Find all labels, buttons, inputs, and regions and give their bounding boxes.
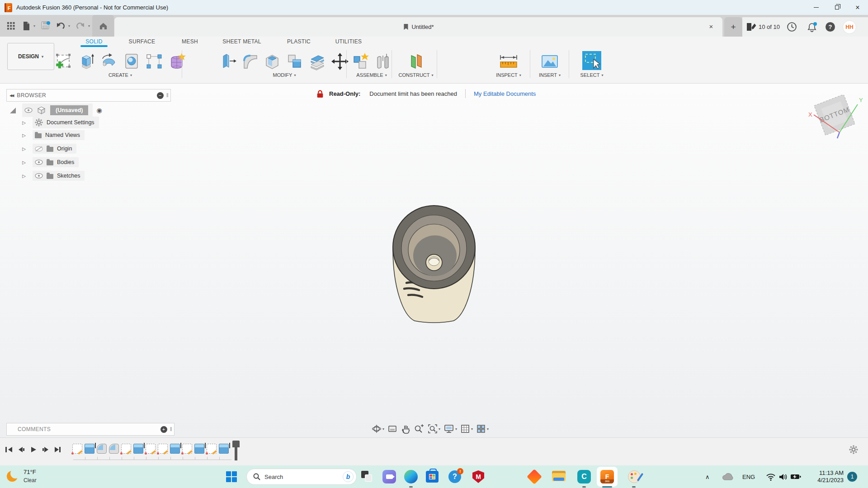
expand-icon[interactable]: ▷ — [21, 174, 27, 178]
timeline-feature-fillet-icon[interactable] — [97, 444, 107, 454]
edge-browser-button[interactable] — [404, 470, 418, 483]
root-expander-icon[interactable] — [10, 108, 16, 113]
restore-button[interactable] — [826, 0, 847, 15]
microsoft-store-button[interactable] — [425, 470, 439, 483]
construct-plane-button[interactable] — [407, 52, 425, 71]
tab-mesh[interactable]: MESH — [182, 37, 198, 47]
minimize-panel-button[interactable]: − — [157, 92, 164, 99]
volume-button[interactable] — [778, 465, 788, 488]
bing-icon[interactable]: b — [343, 471, 354, 482]
expand-icon[interactable]: ▷ — [21, 120, 27, 125]
mcafee-button[interactable]: M — [472, 470, 485, 483]
save-button[interactable] — [40, 15, 52, 37]
help-button[interactable]: ? — [826, 17, 835, 37]
activate-component-icon[interactable]: ◉ — [96, 107, 102, 114]
redo-caret[interactable]: ▾ — [86, 15, 92, 37]
get-help-button[interactable]: ?! — [448, 470, 462, 483]
file-menu-button[interactable] — [21, 15, 32, 37]
play-button[interactable] — [29, 446, 38, 455]
timeline-feature-sketch-icon[interactable] — [207, 444, 217, 454]
fusion360-taskbar-button[interactable]: F360 — [600, 470, 614, 483]
construct-group-dropdown[interactable]: CONSTRUCT▾ — [398, 72, 433, 78]
timeline-feature-extrude-icon[interactable] — [194, 444, 204, 454]
taskbar-search[interactable]: Search b — [246, 469, 357, 485]
panel-grip-handle[interactable]: ‖ — [166, 92, 169, 99]
pan-button[interactable] — [401, 424, 410, 434]
paint-button[interactable] — [627, 470, 641, 483]
document-tab[interactable]: Untitled* × — [114, 17, 722, 37]
combine-button[interactable] — [286, 52, 304, 71]
eye-icon[interactable] — [35, 173, 43, 178]
user-avatar-button[interactable]: HH — [843, 17, 856, 37]
clipchamp-button[interactable]: C — [577, 470, 591, 483]
minimize-button[interactable] — [806, 0, 826, 15]
task-view-button[interactable] — [360, 470, 374, 483]
insert-group-dropdown[interactable]: INSERT▾ — [539, 72, 561, 78]
undo-caret[interactable]: ▾ — [66, 15, 72, 37]
inspect-group-dropdown[interactable]: INSPECT▾ — [496, 72, 521, 78]
timeline-feature-sketch-icon[interactable] — [121, 444, 131, 454]
home-tab-button[interactable] — [92, 15, 114, 37]
timeline-feature-sketch-icon[interactable] — [182, 444, 192, 454]
hole-button[interactable] — [123, 52, 141, 71]
file-explorer-button[interactable] — [552, 470, 566, 483]
job-status-button[interactable] — [787, 17, 797, 37]
tab-sheet-metal[interactable]: SHEET METAL — [222, 37, 261, 47]
fit-button[interactable]: ▾ — [428, 424, 440, 434]
document-limit-button[interactable] — [746, 17, 756, 37]
step-back-button[interactable] — [17, 446, 26, 455]
root-component-label[interactable]: (Unsaved) — [50, 105, 88, 115]
browser-row-origin[interactable]: ▷ Origin — [21, 144, 76, 154]
go-to-end-button[interactable] — [53, 446, 62, 455]
undo-button[interactable] — [55, 15, 66, 37]
notifications-button[interactable] — [807, 17, 817, 37]
browser-row-sketches[interactable]: ▷ Sketches — [21, 171, 85, 181]
file-menu-caret[interactable]: ▾ — [32, 15, 37, 37]
eye-hidden-icon[interactable] — [35, 146, 43, 152]
workspace-selector[interactable]: DESIGN ▾ — [7, 43, 54, 70]
assemble-group-dropdown[interactable]: ASSEMBLE▾ — [356, 72, 387, 78]
redo-button[interactable] — [75, 15, 86, 37]
offset-face-button[interactable] — [308, 52, 326, 71]
timeline-position-marker[interactable] — [232, 441, 240, 460]
create-form-button[interactable] — [168, 52, 186, 71]
eye-icon[interactable] — [24, 108, 33, 113]
look-at-button[interactable] — [387, 424, 397, 434]
language-indicator[interactable]: ENG — [742, 465, 755, 488]
eye-icon[interactable] — [35, 160, 43, 165]
create-group-dropdown[interactable]: CREATE▾ — [108, 72, 132, 78]
model-body[interactable] — [387, 203, 481, 327]
timeline-feature-extrude-icon[interactable] — [170, 444, 180, 454]
notification-count-badge[interactable]: 1 — [847, 472, 857, 482]
timeline-feature-extrude-icon[interactable] — [219, 444, 229, 454]
select-button[interactable] — [581, 50, 602, 71]
tab-surface[interactable]: SURFACE — [129, 37, 156, 47]
timeline-feature-extrude-icon[interactable] — [85, 444, 94, 454]
modify-group-dropdown[interactable]: MODIFY▾ — [273, 72, 296, 78]
diamond-app-button[interactable] — [528, 470, 541, 483]
revolve-button[interactable] — [100, 52, 118, 71]
browser-panel-header[interactable]: ◀◀ BROWSER − ‖ — [6, 89, 171, 102]
battery-button[interactable] — [790, 465, 801, 488]
rectangular-pattern-button[interactable] — [145, 52, 163, 71]
grid-layout-button[interactable]: ▾ — [460, 424, 473, 434]
tab-utilities[interactable]: UTILITIES — [335, 37, 362, 47]
start-button[interactable] — [225, 470, 238, 483]
app-grid-menu-button[interactable] — [4, 15, 18, 37]
select-group-dropdown[interactable]: SELECT▾ — [580, 72, 604, 78]
timeline-feature-fillet-icon[interactable] — [109, 444, 119, 454]
browser-row-named-views[interactable]: ▷ Named Views — [21, 130, 85, 140]
create-sketch-button[interactable] — [55, 52, 73, 71]
expand-icon[interactable]: ▷ — [21, 146, 27, 151]
comments-panel-header[interactable]: COMMENTS + ‖ — [6, 423, 175, 436]
extrude-button[interactable] — [77, 52, 95, 71]
expand-icon[interactable]: ▷ — [21, 133, 27, 138]
panel-grip-handle[interactable]: ‖ — [170, 426, 172, 432]
insert-image-button[interactable] — [540, 52, 559, 71]
onedrive-button[interactable] — [722, 465, 734, 488]
zoom-button[interactable] — [414, 424, 425, 434]
close-tab-button[interactable]: × — [706, 22, 716, 32]
viewcube[interactable]: BOTTOM X Y — [805, 95, 868, 146]
joint-button[interactable] — [374, 52, 392, 71]
viewports-button[interactable]: ▾ — [476, 424, 489, 434]
